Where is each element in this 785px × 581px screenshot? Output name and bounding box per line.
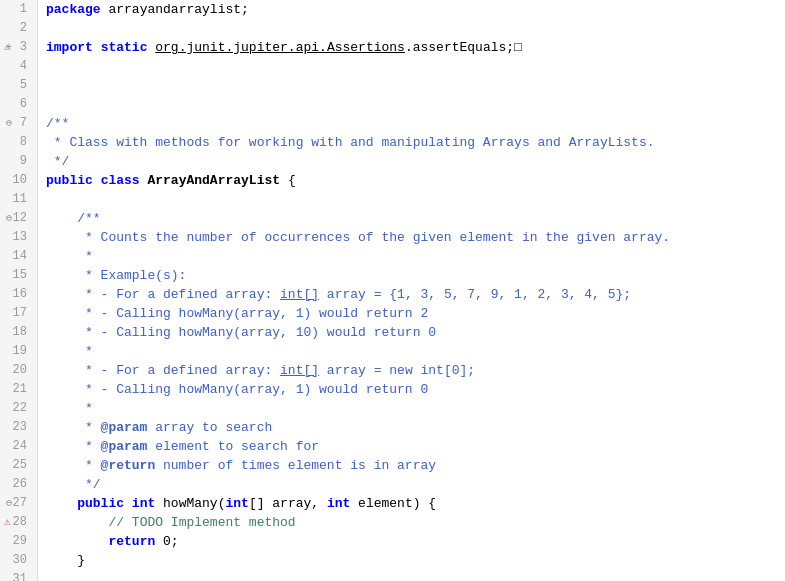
line-number-28: ⚠28 bbox=[4, 513, 33, 532]
code-line-18: * - Calling howMany(array, 10) would ret… bbox=[46, 323, 785, 342]
code-line-14: * bbox=[46, 247, 785, 266]
code-line-4 bbox=[46, 57, 785, 76]
line-number-5: 5 bbox=[4, 76, 33, 95]
fold-icon[interactable]: + bbox=[6, 38, 12, 57]
fold-icon[interactable]: ⊖ bbox=[6, 209, 12, 228]
code-line-25: * @return number of times element is in … bbox=[46, 456, 785, 475]
line-number-20: 20 bbox=[4, 361, 33, 380]
line-number-24: 24 bbox=[4, 437, 33, 456]
code-line-12: /** bbox=[46, 209, 785, 228]
line-number-16: 16 bbox=[4, 285, 33, 304]
line-number-30: 30 bbox=[4, 551, 33, 570]
line-number-3: ⚠+3 bbox=[4, 38, 33, 57]
code-line-31 bbox=[46, 570, 785, 581]
code-line-17: * - Calling howMany(array, 1) would retu… bbox=[46, 304, 785, 323]
line-numbers: 12⚠+3456⊖7891011⊖12131415161718192021222… bbox=[0, 0, 38, 581]
line-number-1: 1 bbox=[4, 0, 33, 19]
line-number-11: 11 bbox=[4, 190, 33, 209]
line-number-2: 2 bbox=[4, 19, 33, 38]
fold-icon[interactable]: ⊖ bbox=[6, 494, 12, 513]
code-editor: 12⚠+3456⊖7891011⊖12131415161718192021222… bbox=[0, 0, 785, 581]
code-line-30: } bbox=[46, 551, 785, 570]
code-line-10: public class ArrayAndArrayList { bbox=[46, 171, 785, 190]
line-number-15: 15 bbox=[4, 266, 33, 285]
line-number-22: 22 bbox=[4, 399, 33, 418]
code-line-6 bbox=[46, 95, 785, 114]
line-number-6: 6 bbox=[4, 95, 33, 114]
code-line-29: return 0; bbox=[46, 532, 785, 551]
code-line-22: * bbox=[46, 399, 785, 418]
line-number-29: 29 bbox=[4, 532, 33, 551]
line-number-9: 9 bbox=[4, 152, 33, 171]
line-number-27: ⊖27 bbox=[4, 494, 33, 513]
code-line-2 bbox=[46, 19, 785, 38]
line-number-18: 18 bbox=[4, 323, 33, 342]
code-line-28: // TODO Implement method bbox=[46, 513, 785, 532]
code-line-23: * @param array to search bbox=[46, 418, 785, 437]
code-line-7: /** bbox=[46, 114, 785, 133]
code-line-1: package arrayandarraylist; bbox=[46, 0, 785, 19]
line-number-7: ⊖7 bbox=[4, 114, 33, 133]
code-line-20: * - For a defined array: int[] array = n… bbox=[46, 361, 785, 380]
code-line-15: * Example(s): bbox=[46, 266, 785, 285]
line-number-19: 19 bbox=[4, 342, 33, 361]
line-number-4: 4 bbox=[4, 57, 33, 76]
line-number-12: ⊖12 bbox=[4, 209, 33, 228]
code-line-16: * - For a defined array: int[] array = {… bbox=[46, 285, 785, 304]
code-line-11 bbox=[46, 190, 785, 209]
line-number-8: 8 bbox=[4, 133, 33, 152]
line-number-13: 13 bbox=[4, 228, 33, 247]
fold-icon[interactable]: ⊖ bbox=[6, 114, 12, 133]
code-line-24: * @param element to search for bbox=[46, 437, 785, 456]
code-line-3: import static org.junit.jupiter.api.Asse… bbox=[46, 38, 785, 57]
code-line-5 bbox=[46, 76, 785, 95]
code-line-19: * bbox=[46, 342, 785, 361]
code-line-13: * Counts the number of occurrences of th… bbox=[46, 228, 785, 247]
line-number-10: 10 bbox=[4, 171, 33, 190]
line-number-25: 25 bbox=[4, 456, 33, 475]
code-line-9: */ bbox=[46, 152, 785, 171]
line-number-17: 17 bbox=[4, 304, 33, 323]
code-line-8: * Class with methods for working with an… bbox=[46, 133, 785, 152]
line-number-21: 21 bbox=[4, 380, 33, 399]
line-number-23: 23 bbox=[4, 418, 33, 437]
line-number-26: 26 bbox=[4, 475, 33, 494]
code-line-26: */ bbox=[46, 475, 785, 494]
line-number-31: 31 bbox=[4, 570, 33, 581]
line-number-14: 14 bbox=[4, 247, 33, 266]
warning-icon: ⚠ bbox=[4, 513, 11, 532]
code-line-21: * - Calling howMany(array, 1) would retu… bbox=[46, 380, 785, 399]
code-line-27: public int howMany(int[] array, int elem… bbox=[46, 494, 785, 513]
code-area[interactable]: package arrayandarraylist; import static… bbox=[38, 0, 785, 581]
